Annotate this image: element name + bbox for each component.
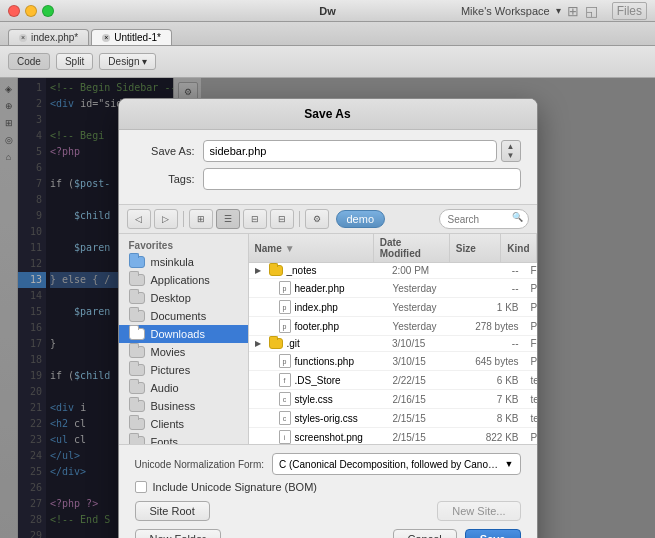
file-name-functions-php: p functions.php — [249, 352, 387, 370]
tab-untitled[interactable]: × Untitled-1* — [91, 29, 172, 45]
new-site-button[interactable]: New Site... — [437, 501, 520, 521]
sidebar-item-downloads[interactable]: Downloads — [119, 325, 248, 343]
minimize-button[interactable] — [25, 5, 37, 17]
icon-view-button[interactable]: ⊞ — [189, 209, 213, 229]
file-row-header-php[interactable]: p header.php Yesterday -- PHP script — [249, 279, 537, 298]
col-size-header[interactable]: Size — [450, 234, 502, 262]
code-button[interactable]: Code — [8, 53, 50, 70]
bom-checkbox[interactable] — [135, 481, 147, 493]
action-button[interactable]: ⚙ — [305, 209, 329, 229]
dialog-bottom: Unicode Normalization Form: C (Canonical… — [119, 444, 537, 538]
tab-bar: × index.php* × Untitled-1* — [0, 22, 655, 46]
file-row-screenshot-png[interactable]: i screenshot.png 2/15/15 822 KB PNG — [249, 428, 537, 444]
sidebar-item-business[interactable]: Business — [119, 397, 248, 415]
coverflow-button[interactable]: ⊟ — [270, 209, 294, 229]
file-panel: Favorites msinkula Applications Desktop — [119, 234, 537, 444]
save-button[interactable]: Save — [465, 529, 521, 538]
window-controls[interactable] — [8, 5, 54, 17]
php-icon: p — [279, 319, 291, 333]
unicode-select[interactable]: C (Canonical Decomposition, followed by … — [272, 453, 521, 475]
design-button[interactable]: Design ▾ — [99, 53, 155, 70]
site-root-button[interactable]: Site Root — [135, 501, 210, 521]
folder-icon — [129, 382, 145, 394]
file-name-header-php: p header.php — [249, 279, 387, 297]
folder-icon — [129, 328, 145, 340]
folder-icon — [129, 346, 145, 358]
file-name-notes: ▶ _notes — [249, 263, 386, 278]
file-row-functions-php[interactable]: p functions.php 3/10/15 645 bytes PHP sc… — [249, 352, 537, 371]
col-name-header[interactable]: Name ▼ — [249, 234, 374, 262]
folder-icon — [269, 265, 283, 276]
tags-row: Tags: — [135, 168, 521, 190]
home-icon — [129, 256, 145, 268]
save-as-dialog: Save As Save As: ▲ ▼ Tags: — [118, 98, 538, 538]
tab-close-icon[interactable]: × — [19, 34, 27, 42]
file-row-index-php[interactable]: p index.php Yesterday 1 KB PHP script — [249, 298, 537, 317]
folder-icon — [129, 418, 145, 430]
main-area: ◈ ⊕ ⊞ ◎ ⌂ 1 2 3 4 5 6 7 8 9 10 11 12 13 … — [0, 78, 655, 538]
confirm-actions: Cancel Save — [393, 529, 521, 538]
list-view-button[interactable]: ☰ — [216, 209, 240, 229]
cancel-button[interactable]: Cancel — [393, 529, 457, 538]
file-list-header: Name ▼ Date Modified Size Kind — [249, 234, 537, 263]
main-toolbar: Code Split Design ▾ — [0, 46, 655, 78]
dialog-title: Save As — [119, 99, 537, 130]
bom-label: Include Unicode Signature (BOM) — [153, 481, 317, 493]
current-folder-pill[interactable]: demo — [336, 210, 386, 228]
file-row-footer-php[interactable]: p footer.php Yesterday 278 bytes PHP scr… — [249, 317, 537, 336]
sidebar-item-label: Desktop — [151, 292, 191, 304]
dialog-toolbar: ◁ ▷ ⊞ ☰ ⊟ ⊟ ⚙ demo 🔍 — [119, 205, 537, 234]
forward-button[interactable]: ▷ — [154, 209, 178, 229]
sidebar-item-applications[interactable]: Applications — [119, 271, 248, 289]
maximize-button[interactable] — [42, 5, 54, 17]
file-row-style-css[interactable]: c style.css 2/16/15 7 KB text — [249, 390, 537, 409]
file-list-area[interactable]: Name ▼ Date Modified Size Kind — [249, 234, 537, 444]
sidebar-item-documents[interactable]: Documents — [119, 307, 248, 325]
sidebar-item-pictures[interactable]: Pictures — [119, 361, 248, 379]
sidebar-item-label: Movies — [151, 346, 186, 358]
new-folder-button[interactable]: New Folder — [135, 529, 221, 538]
disclosure-icon: ▶ — [255, 266, 265, 275]
column-view-button[interactable]: ⊟ — [243, 209, 267, 229]
bottom-actions: New Folder Cancel Save — [135, 529, 521, 538]
col-date-header[interactable]: Date Modified — [374, 234, 450, 262]
tab-close-icon[interactable]: × — [102, 34, 110, 42]
workspace-name: Mike's Workspace ▾ ⊞ ◱ Files — [461, 2, 647, 20]
sidebar-item-msinkula[interactable]: msinkula — [119, 253, 248, 271]
split-button[interactable]: Split — [56, 53, 93, 70]
php-icon: p — [279, 281, 291, 295]
saveas-input[interactable] — [203, 140, 497, 162]
sidebar-item-label: msinkula — [151, 256, 194, 268]
folder-icon — [129, 364, 145, 376]
tags-input[interactable] — [203, 168, 521, 190]
back-button[interactable]: ◁ — [127, 209, 151, 229]
sidebar-item-label: Documents — [151, 310, 207, 322]
php-icon: p — [279, 300, 291, 314]
dialog-overlay: Save As Save As: ▲ ▼ Tags: — [0, 78, 655, 538]
file-row-git[interactable]: ▶ .git 3/10/15 -- Folder — [249, 336, 537, 352]
css-icon: c — [279, 411, 291, 425]
title-bar: Dw Mike's Workspace ▾ ⊞ ◱ Files — [0, 0, 655, 22]
sidebar-item-audio[interactable]: Audio — [119, 379, 248, 397]
close-button[interactable] — [8, 5, 20, 17]
col-kind-header[interactable]: Kind — [501, 234, 536, 262]
file-row-ds-store[interactable]: f .DS_Store 2/22/15 6 KB text — [249, 371, 537, 390]
folder-path: demo — [336, 210, 436, 228]
disclosure-icon — [265, 284, 275, 293]
sidebar-item-clients[interactable]: Clients — [119, 415, 248, 433]
php-icon: p — [279, 354, 291, 368]
sidebar-item-label: Fonts — [151, 436, 179, 444]
middle-actions: Site Root New Site... — [135, 501, 521, 521]
sidebar-item-desktop[interactable]: Desktop — [119, 289, 248, 307]
search-icon: 🔍 — [512, 212, 523, 222]
disclosure-icon: ▶ — [255, 339, 265, 348]
file-row-notes[interactable]: ▶ _notes 2:00 PM -- Folder — [249, 263, 537, 279]
sidebar-item-label: Downloads — [151, 328, 205, 340]
file-row-styles-orig-css[interactable]: c styles-orig.css 2/15/15 8 KB text — [249, 409, 537, 428]
sidebar-item-label: Audio — [151, 382, 179, 394]
tab-index-php[interactable]: × index.php* — [8, 29, 89, 45]
sidebar-item-movies[interactable]: Movies — [119, 343, 248, 361]
sidebar-item-fonts[interactable]: Fonts — [119, 433, 248, 444]
chevron-down-icon: ▾ — [142, 56, 147, 67]
updown-button[interactable]: ▲ ▼ — [501, 140, 521, 162]
